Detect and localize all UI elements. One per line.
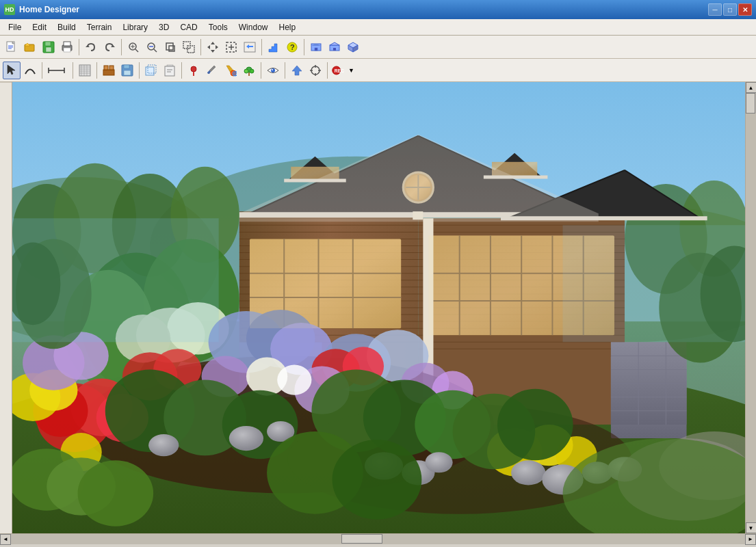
menu-terrain[interactable]: Terrain [81, 21, 118, 34]
svg-point-248 [333, 440, 422, 520]
menubar: File Edit Build Terrain Library 3D CAD T… [0, 19, 756, 36]
select-tool-button[interactable] [3, 62, 21, 79]
svg-rect-256 [428, 235, 614, 335]
record-dropdown[interactable]: ▼ [348, 67, 354, 74]
sep-tb2-4 [139, 62, 140, 79]
svg-point-246 [78, 460, 154, 526]
crosshair-button[interactable] [307, 62, 324, 79]
fill-pattern-button[interactable] [76, 62, 94, 79]
paint-button[interactable] [203, 62, 221, 79]
scroll-right-button[interactable]: ► [745, 534, 756, 545]
overview-button[interactable] [326, 38, 343, 56]
svg-rect-63 [124, 65, 129, 68]
svg-rect-13 [64, 48, 70, 52]
sep2 [121, 39, 122, 55]
menu-cad[interactable]: CAD [174, 21, 203, 34]
move-button[interactable] [241, 38, 259, 56]
view-options-button[interactable] [264, 62, 282, 79]
menu-file[interactable]: File [3, 21, 27, 34]
maximize-button[interactable]: □ [723, 3, 737, 16]
window-title: Home Designer [19, 5, 708, 14]
svg-rect-10 [46, 47, 51, 52]
svg-rect-68 [165, 66, 174, 76]
open-button[interactable] [21, 38, 39, 56]
help-button[interactable]: ? [283, 38, 301, 56]
svg-rect-65 [146, 67, 154, 75]
new-button[interactable] [3, 38, 21, 56]
svg-point-71 [191, 66, 196, 72]
svg-line-17 [135, 49, 138, 52]
scroll-thumb-vertical[interactable] [746, 93, 755, 114]
svg-rect-51 [79, 65, 90, 76]
menu-tools[interactable]: Tools [203, 21, 233, 34]
minimize-button[interactable]: ─ [708, 3, 722, 16]
dimension-tool[interactable] [45, 62, 70, 79]
svg-text:🌀: 🌀 [232, 70, 237, 77]
menu-3d[interactable]: 3D [153, 21, 174, 34]
svg-rect-61 [109, 66, 114, 70]
3d-scene [12, 82, 745, 533]
plant-tool-button[interactable] [240, 62, 258, 79]
menu-library[interactable]: Library [117, 21, 153, 34]
window-controls: ─ □ ✕ [708, 3, 752, 16]
svg-rect-60 [104, 66, 108, 70]
stairs-button[interactable] [265, 38, 283, 56]
svg-point-237 [511, 460, 545, 485]
svg-marker-28 [211, 50, 215, 53]
draw-arc-button[interactable] [21, 62, 39, 79]
svg-marker-14 [86, 45, 90, 47]
svg-marker-15 [111, 45, 115, 47]
svg-marker-81 [292, 66, 302, 75]
paste-style-button[interactable] [161, 62, 179, 79]
scroll-track-horizontal[interactable] [11, 534, 745, 544]
svg-rect-40 [315, 48, 317, 51]
close-button[interactable]: ✕ [738, 3, 752, 16]
scroll-down-button[interactable]: ▼ [746, 522, 757, 533]
vertical-ruler [0, 82, 12, 533]
titlebar: HD Home Designer ─ □ ✕ [0, 0, 756, 19]
material-button[interactable] [100, 62, 118, 79]
select-all-button[interactable] [222, 38, 240, 56]
zoom-out-button[interactable] [161, 38, 179, 56]
horizontal-scrollbar[interactable]: ◄ ► [0, 533, 756, 544]
save-view-button[interactable] [118, 62, 136, 79]
print-button[interactable] [58, 38, 76, 56]
save-button[interactable] [40, 38, 57, 56]
zoom-fit-button[interactable] [125, 38, 142, 56]
svg-point-231 [229, 426, 263, 451]
scroll-up-button[interactable]: ▲ [746, 82, 757, 93]
svg-point-230 [497, 389, 573, 461]
floorplan-button[interactable] [307, 38, 325, 56]
svg-point-77 [250, 69, 254, 73]
vertical-scrollbar[interactable]: ▲ ▼ [745, 82, 756, 533]
undo-button[interactable] [82, 38, 100, 56]
record-button[interactable]: REC [330, 62, 348, 79]
svg-rect-25 [183, 42, 190, 49]
scroll-thumb-horizontal[interactable] [341, 534, 382, 544]
scroll-track-vertical[interactable] [746, 93, 756, 522]
scroll-left-button[interactable]: ◄ [0, 534, 11, 545]
zoom-in-button[interactable] [143, 38, 161, 56]
sep-tb2-7 [285, 62, 285, 79]
viewport-canvas[interactable] [12, 82, 745, 533]
3d-view-button[interactable] [344, 38, 362, 56]
menu-help[interactable]: Help [273, 21, 301, 34]
snap-button[interactable] [185, 62, 203, 79]
zoom-box-button[interactable] [180, 38, 198, 56]
menu-window[interactable]: Window [233, 21, 274, 34]
menu-build[interactable]: Build [52, 21, 81, 34]
menu-edit[interactable]: Edit [27, 21, 52, 34]
move-up-button[interactable] [288, 62, 306, 79]
color-fill-button[interactable]: 🌀 [222, 62, 239, 79]
svg-rect-26 [187, 46, 194, 53]
svg-rect-89 [0, 82, 12, 533]
svg-point-233 [148, 434, 179, 456]
svg-rect-24 [169, 46, 174, 51]
svg-line-21 [154, 49, 157, 52]
record-control: REC ▼ [330, 62, 354, 79]
copy-style-button[interactable] [142, 62, 160, 79]
toolbar-draw: 🌀 REC ▼ [0, 59, 756, 82]
svg-point-222 [277, 364, 311, 395]
pan-button[interactable] [204, 38, 222, 56]
redo-button[interactable] [101, 38, 118, 56]
